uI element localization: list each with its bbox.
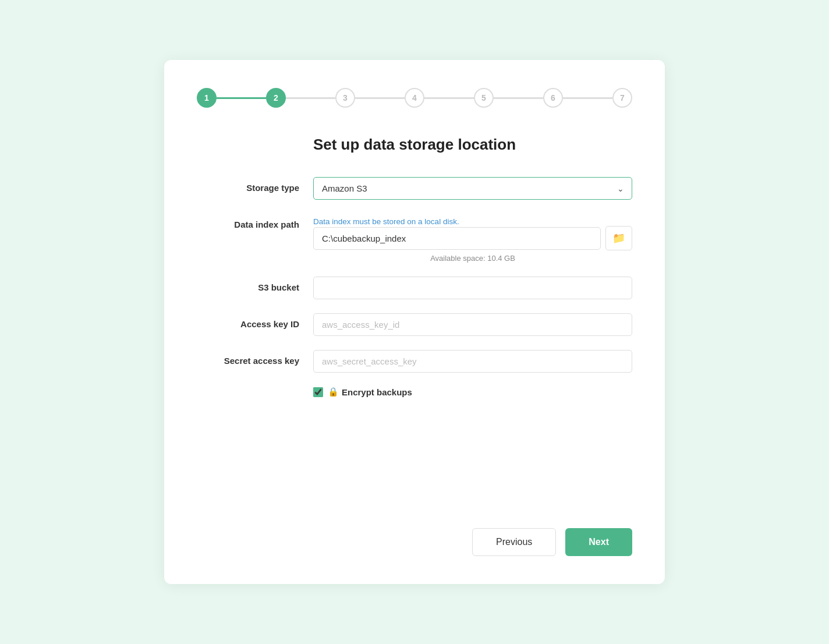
step-line-6 [563,97,612,99]
step-4: 4 [405,88,424,108]
setup-card: 1 2 3 4 5 6 7 Set up data storage locati… [164,60,665,584]
data-index-path-input[interactable] [313,227,601,250]
step-line-5 [494,97,543,99]
access-key-id-row: Access key ID [197,313,632,336]
page-title: Set up data storage location [197,136,632,154]
storage-type-row: Storage type Amazon S3 Google Cloud Stor… [197,177,632,200]
step-line-2 [286,97,335,99]
available-space-text: Available space: 10.4 GB [313,254,632,263]
step-line-3 [355,97,405,99]
access-key-id-input[interactable] [313,313,632,336]
next-button[interactable]: Next [565,528,632,556]
lock-icon: 🔒 [328,387,339,397]
secret-access-key-row: Secret access key [197,350,632,373]
access-key-id-label: Access key ID [197,313,313,329]
s3-bucket-input[interactable] [313,277,632,299]
step-6: 6 [543,88,563,108]
encrypt-backups-row: 🔒 Encrypt backups [197,387,632,397]
step-line-4 [424,97,474,99]
data-index-path-row: Data index path Data index must be store… [197,214,632,263]
step-7: 7 [612,88,632,108]
step-line-1 [217,97,266,99]
browse-button[interactable]: 📁 [605,226,632,250]
encrypt-backups-label[interactable]: 🔒 Encrypt backups [328,387,412,397]
storage-type-label: Storage type [197,177,313,193]
step-1: 1 [197,88,217,108]
data-index-path-control: Data index must be stored on a local dis… [313,214,632,263]
secret-access-key-input[interactable] [313,350,632,373]
stepper: 1 2 3 4 5 6 7 [197,88,632,108]
path-input-row: 📁 [313,226,632,250]
folder-icon: 📁 [612,232,625,245]
s3-bucket-control [313,277,632,299]
previous-button[interactable]: Previous [472,528,556,556]
data-index-path-label: Data index path [197,214,313,229]
step-5: 5 [474,88,494,108]
step-3: 3 [335,88,355,108]
s3-bucket-label: S3 bucket [197,277,313,292]
s3-bucket-row: S3 bucket [197,277,632,299]
data-index-hint: Data index must be stored on a local dis… [313,217,632,226]
footer-buttons: Previous Next [197,528,632,556]
secret-access-key-label: Secret access key [197,350,313,366]
encrypt-backups-checkbox[interactable] [313,387,323,397]
step-2: 2 [266,88,286,108]
secret-access-key-control [313,350,632,373]
storage-type-control: Amazon S3 Google Cloud Storage Azure Blo… [313,177,632,200]
storage-type-select[interactable]: Amazon S3 Google Cloud Storage Azure Blo… [313,177,632,200]
access-key-id-control [313,313,632,336]
storage-type-select-wrapper: Amazon S3 Google Cloud Storage Azure Blo… [313,177,632,200]
form: Storage type Amazon S3 Google Cloud Stor… [197,177,632,500]
